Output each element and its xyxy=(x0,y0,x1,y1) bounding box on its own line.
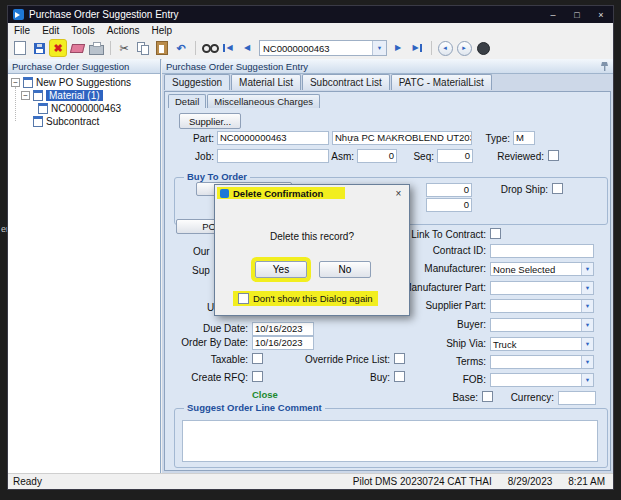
paste-button[interactable] xyxy=(153,39,171,57)
next-record-button[interactable]: ▶ xyxy=(389,39,407,57)
tree-panel-title: Purchase Order Suggestion xyxy=(12,61,129,72)
comment-textarea[interactable] xyxy=(182,420,598,462)
nav-forward-button[interactable]: ▸ xyxy=(455,39,473,57)
dont-show-checkbox[interactable] xyxy=(238,293,249,304)
close-button[interactable]: × xyxy=(589,6,613,23)
entry-panel-header: Purchase Order Suggestion Entry xyxy=(162,59,613,74)
chevron-down-icon[interactable]: ▼ xyxy=(581,374,593,386)
main-tabs: Suggestion Material List Subcontract Lis… xyxy=(164,74,493,90)
chevron-down-icon[interactable]: ▼ xyxy=(581,356,593,368)
chevron-down-icon[interactable]: ▼ xyxy=(581,338,593,350)
order-by-date-label: Order By Date: xyxy=(148,337,248,348)
print-button[interactable] xyxy=(87,39,105,57)
ship-via-value: Truck xyxy=(491,339,581,350)
new-button[interactable] xyxy=(11,39,29,57)
app-window: Purchase Order Suggestion Entry – □ × Fi… xyxy=(7,5,614,490)
tree-node-root[interactable]: New PO Suggestions xyxy=(23,76,131,89)
job-label: Job: xyxy=(158,151,214,162)
desktop: em Purchase Order Suggestion Entry – □ ×… xyxy=(0,0,621,500)
tree-node-subcontract[interactable]: Subcontract xyxy=(33,115,99,128)
previous-record-button[interactable]: ◀ xyxy=(238,39,256,57)
part-input[interactable]: NC0000000463 xyxy=(217,131,329,145)
dont-show-row: Don't show this Dialog again xyxy=(233,291,378,306)
yes-button[interactable]: Yes xyxy=(255,261,307,278)
previous-record-icon: ◀ xyxy=(244,44,250,52)
supplier-part-combo[interactable]: ▼ xyxy=(490,299,594,313)
menu-edit[interactable]: Edit xyxy=(36,25,65,36)
tree-node-part[interactable]: NC0000000463 xyxy=(38,102,121,115)
material-expander[interactable]: − xyxy=(21,91,30,100)
record-circle-icon xyxy=(477,42,490,55)
eraser-icon xyxy=(69,44,84,53)
menu-tools[interactable]: Tools xyxy=(65,25,100,36)
ship-via-combo[interactable]: Truck ▼ xyxy=(490,337,594,351)
maximize-button[interactable]: □ xyxy=(565,6,589,23)
chevron-down-icon[interactable]: ▼ xyxy=(581,300,593,312)
last-record-icon: ▶ xyxy=(412,44,421,52)
first-record-button[interactable]: ◀ xyxy=(219,39,237,57)
tree-node-material-label: Material (1) xyxy=(46,90,103,101)
cut-button[interactable]: ✂ xyxy=(115,39,133,57)
type-input[interactable]: M xyxy=(513,131,535,145)
nav-back-button[interactable]: ◂ xyxy=(436,39,454,57)
dont-show-label: Don't show this Dialog again xyxy=(253,293,373,304)
due-date-input[interactable]: 10/16/2023 xyxy=(252,322,314,336)
status-app-info: Pilot DMS 20230724 CAT THAI xyxy=(353,476,492,487)
terms-combo[interactable]: ▼ xyxy=(490,355,594,369)
no-button[interactable]: No xyxy=(319,261,371,278)
menu-help[interactable]: Help xyxy=(146,25,179,36)
reviewed-checkbox[interactable] xyxy=(548,150,559,161)
last-record-button[interactable]: ▶ xyxy=(408,39,426,57)
copy-button[interactable] xyxy=(134,39,152,57)
asm-input[interactable]: 0 xyxy=(357,149,397,163)
chevron-down-icon[interactable]: ▼ xyxy=(372,41,386,55)
root-expander[interactable]: − xyxy=(11,78,20,87)
tab-patc-materiallist[interactable]: PATC - MaterialList xyxy=(391,74,492,90)
chevron-down-icon[interactable]: ▼ xyxy=(581,319,593,331)
chevron-down-icon[interactable]: ▼ xyxy=(581,263,593,275)
manufacturer-combo[interactable]: None Selected ▼ xyxy=(490,262,594,276)
create-rfq-checkbox[interactable] xyxy=(252,371,263,382)
clear-button[interactable] xyxy=(68,39,86,57)
search-button[interactable] xyxy=(200,39,218,57)
pin-icon[interactable] xyxy=(600,61,609,74)
manufacturer-part-combo[interactable]: ▼ xyxy=(490,281,594,295)
menu-file[interactable]: File xyxy=(8,25,36,36)
tab-detail[interactable]: Detail xyxy=(168,94,206,108)
fob-combo[interactable]: ▼ xyxy=(490,373,594,387)
menu-actions[interactable]: Actions xyxy=(101,25,146,36)
tab-material-list[interactable]: Material List xyxy=(231,74,301,90)
reviewed-label: Reviewed: xyxy=(466,151,544,162)
due-date-label: Due Date: xyxy=(158,323,248,334)
supplier-button[interactable]: Supplier... xyxy=(179,113,241,129)
part-description-input[interactable]: Nhựa PC MAKROBLEND UT203 R xyxy=(332,131,472,145)
toolbar-separator xyxy=(110,41,111,55)
save-button[interactable] xyxy=(30,39,48,57)
tree-node-subcontract-label: Subcontract xyxy=(46,116,99,127)
buy-qty-2-input[interactable]: 0 xyxy=(426,198,472,212)
minimize-button[interactable]: – xyxy=(541,6,565,23)
buy-to-order-title: Buy To Order xyxy=(184,171,250,182)
taxable-checkbox[interactable] xyxy=(252,353,263,364)
base-checkbox[interactable] xyxy=(482,391,493,402)
dialog-close-icon[interactable]: × xyxy=(390,187,407,200)
stop-button[interactable] xyxy=(474,39,492,57)
tab-misc-charges[interactable]: Miscellaneous Charges xyxy=(207,94,320,108)
undo-button[interactable]: ↶ xyxy=(172,39,190,57)
chevron-down-icon[interactable]: ▼ xyxy=(581,282,593,294)
order-by-date-input[interactable]: 10/16/2023 xyxy=(252,336,314,350)
contract-id-input[interactable] xyxy=(490,244,594,258)
tree-node-material[interactable]: Material (1) xyxy=(33,89,103,102)
tab-subcontract-list[interactable]: Subcontract List xyxy=(302,74,390,90)
record-combo[interactable]: NC0000000463 ▼ xyxy=(259,40,387,56)
toolbar-separator xyxy=(431,41,432,55)
delete-button[interactable]: ✖ xyxy=(49,39,67,57)
buy-qty-1-input[interactable]: 0 xyxy=(426,183,472,197)
type-label: Type: xyxy=(468,133,510,144)
buyer-combo[interactable]: ▼ xyxy=(490,318,594,332)
drop-ship-checkbox[interactable] xyxy=(552,183,563,194)
ship-via-label: Ship Via: xyxy=(368,338,486,349)
tab-suggestion[interactable]: Suggestion xyxy=(164,74,230,90)
link-to-contract-checkbox[interactable] xyxy=(490,228,501,239)
currency-input[interactable] xyxy=(558,391,596,405)
